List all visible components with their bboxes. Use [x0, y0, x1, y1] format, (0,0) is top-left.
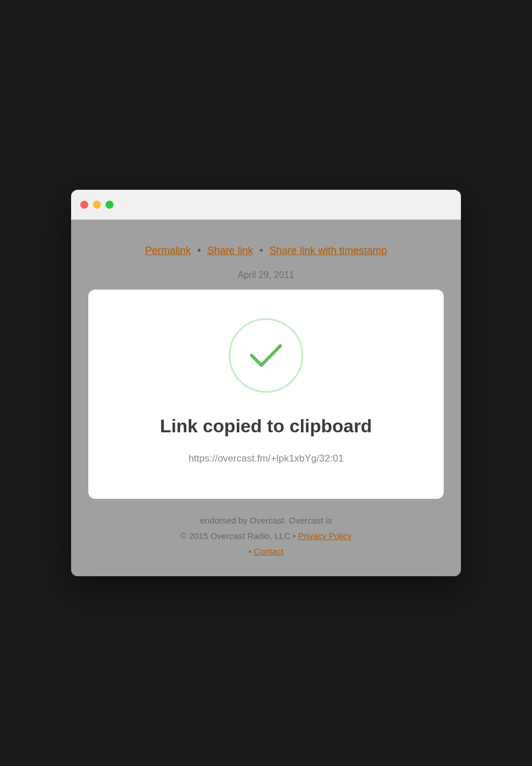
copied-title: Link copied to clipboard [160, 416, 372, 437]
footer-line1: endorsed by Overcast. Overcast is [181, 513, 352, 528]
maximize-button[interactable] [105, 201, 114, 209]
content-area: Permalink • Share link • Share link with… [71, 220, 461, 577]
privacy-policy-link[interactable]: Privacy Policy [298, 531, 351, 541]
contact-link[interactable]: Contact [254, 546, 284, 556]
minimize-button[interactable] [93, 201, 101, 209]
checkmark-icon [249, 341, 283, 370]
titlebar [71, 190, 461, 220]
separator-2: • [260, 245, 263, 256]
share-link-with-timestamp[interactable]: Share link with timestamp [269, 245, 387, 256]
share-link[interactable]: Share link [207, 245, 253, 256]
footer-line2: © 2015 Overcast Radio, LLC • Privacy Pol… [181, 528, 352, 544]
footer: endorsed by Overcast. Overcast is © 2015… [181, 513, 352, 559]
separator-1: • [197, 245, 201, 256]
app-window: Permalink • Share link • Share link with… [71, 190, 461, 577]
date-hint: April 29, 2011 [238, 270, 295, 280]
nav-links: Permalink • Share link • Share link with… [145, 243, 387, 259]
modal-card: Link copied to clipboard https://overcas… [88, 290, 444, 499]
copied-url: https://overcast.fm/+lpk1xbYg/32:01 [189, 453, 344, 464]
footer-line3: • Contact [181, 544, 352, 559]
permalink-link[interactable]: Permalink [145, 245, 191, 256]
close-button[interactable] [80, 201, 88, 209]
success-circle [229, 318, 303, 393]
